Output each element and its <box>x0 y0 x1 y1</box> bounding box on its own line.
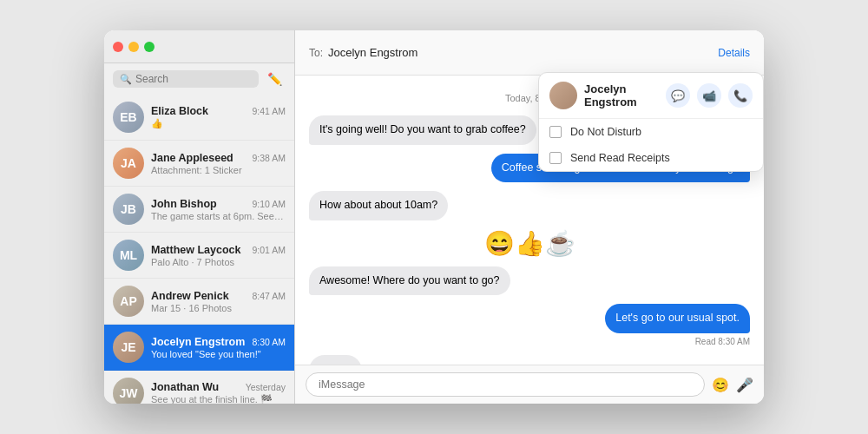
details-button[interactable]: Details <box>718 47 750 59</box>
contact-item-jane-appleseed[interactable]: JA Jane Appleseed 9:38 AM Attachment: 1 … <box>104 141 294 187</box>
contact-item-jonathan-wu[interactable]: JW Jonathan Wu Yesterday See you at the … <box>104 371 294 404</box>
popover-option-do-not-disturb[interactable]: Do Not Disturb <box>539 119 763 145</box>
contact-info-jane-appleseed: Jane Appleseed 9:38 AM Attachment: 1 Sti… <box>151 152 286 175</box>
contact-info-jocelyn-engstrom: Jocelyn Engstrom 8:30 AM You loved "See … <box>151 336 286 359</box>
titlebar <box>104 30 294 63</box>
contact-time-andrew-penick: 8:47 AM <box>252 291 286 301</box>
message-row-msg7: See you then!❤️ <box>309 355 750 365</box>
sidebar: 🔍 ✏️ EB Eliza Block 9:41 AM 👍 JA Jane Ap… <box>104 30 295 404</box>
minimize-button[interactable] <box>128 42 139 52</box>
contact-item-eliza-block[interactable]: EB Eliza Block 9:41 AM 👍 <box>104 95 294 141</box>
contact-info-eliza-block: Eliza Block 9:41 AM 👍 <box>151 105 286 129</box>
contact-name-eliza-block: Eliza Block <box>151 105 208 117</box>
contact-time-jonathan-wu: Yesterday <box>246 382 286 392</box>
checkbox-do-not-disturb[interactable] <box>549 126 562 138</box>
search-bar: 🔍 ✏️ <box>104 63 294 95</box>
avatar-jonathan-wu: JW <box>113 378 144 404</box>
contact-info-matthew-laycock: Matthew Laycock 9:01 AM Palo Alto · 7 Ph… <box>151 244 286 267</box>
message-icon-button[interactable]: 💬 <box>666 83 690 108</box>
avatar-john-bishop: JB <box>113 194 144 225</box>
message-bubble-msg6: Let's go to our usual spot. <box>605 304 750 333</box>
popover-option-send-read-receipts[interactable]: Send Read Receipts <box>539 145 763 171</box>
contact-name-jane-appleseed: Jane Appleseed <box>151 152 233 164</box>
details-popover: Jocelyn Engstrom 💬📹📞 Do Not Disturb Send… <box>538 72 764 172</box>
message-bubble-msg1: It's going well! Do you want to grab cof… <box>309 115 536 145</box>
app-window: 🔍 ✏️ EB Eliza Block 9:41 AM 👍 JA Jane Ap… <box>104 30 764 404</box>
contact-name-matthew-laycock: Matthew Laycock <box>151 244 241 256</box>
contact-list: EB Eliza Block 9:41 AM 👍 JA Jane Applese… <box>104 95 294 404</box>
contact-item-john-bishop[interactable]: JB John Bishop 9:10 AM The game starts a… <box>104 187 294 233</box>
avatar-andrew-penick: AP <box>113 286 144 317</box>
contact-preview-jocelyn-engstrom: You loved "See you then!" <box>151 349 286 359</box>
popover-actions: 💬📹📞 <box>666 83 753 108</box>
message-bubble-msg3: How about about 10am? <box>309 191 448 220</box>
message-bubble-msg7: See you then! <box>309 355 362 365</box>
chat-area: To: Jocelyn Engstrom Details Today, 8:25… <box>295 30 764 404</box>
contact-time-matthew-laycock: 9:01 AM <box>252 245 286 255</box>
contact-name-jonathan-wu: Jonathan Wu <box>151 381 219 393</box>
close-button[interactable] <box>113 42 123 52</box>
avatar-jane-appleseed: JA <box>113 148 144 179</box>
contact-item-matthew-laycock[interactable]: ML Matthew Laycock 9:01 AM Palo Alto · 7… <box>104 233 294 279</box>
contact-item-andrew-penick[interactable]: AP Andrew Penick 8:47 AM Mar 15 · 16 Pho… <box>104 279 294 325</box>
option-label-send-read-receipts: Send Read Receipts <box>570 152 670 164</box>
maximize-button[interactable] <box>144 42 155 52</box>
to-label: To: <box>309 47 323 59</box>
recipient-name: Jocelyn Engstrom <box>328 46 718 59</box>
message-row-msg6: Let's go to our usual spot. <box>309 304 750 333</box>
message-row-msg5: Awesome! Where do you want to go? <box>309 266 750 296</box>
popover-name: Jocelyn Engstrom <box>584 82 659 108</box>
phone-icon-button[interactable]: 📞 <box>728 83 753 108</box>
contact-preview-jane-appleseed: Attachment: 1 Sticker <box>151 165 286 175</box>
message-input[interactable] <box>306 372 705 397</box>
popover-header: Jocelyn Engstrom 💬📹📞 <box>539 73 763 119</box>
contact-preview-andrew-penick: Mar 15 · 16 Photos <box>151 303 286 313</box>
option-label-do-not-disturb: Do Not Disturb <box>570 126 641 138</box>
avatar-eliza-block: EB <box>113 102 144 133</box>
contact-preview-jonathan-wu: See you at the finish line. 🏁 <box>151 394 286 404</box>
message-bubble-msg5: Awesome! Where do you want to go? <box>309 266 510 296</box>
popover-avatar <box>549 82 577 109</box>
contact-time-jane-appleseed: 9:38 AM <box>252 153 286 163</box>
contact-info-andrew-penick: Andrew Penick 8:47 AM Mar 15 · 16 Photos <box>151 290 286 313</box>
contact-info-jonathan-wu: Jonathan Wu Yesterday See you at the fin… <box>151 381 286 404</box>
read-receipt-msg6: Read 8:30 AM <box>309 337 750 346</box>
search-input-wrap[interactable]: 🔍 <box>113 70 259 88</box>
avatar-matthew-laycock: ML <box>113 240 144 271</box>
contact-time-eliza-block: 9:41 AM <box>252 106 286 116</box>
compose-button[interactable]: ✏️ <box>264 70 286 88</box>
audio-button[interactable]: 🎤 <box>736 377 753 393</box>
contact-name-jocelyn-engstrom: Jocelyn Engstrom <box>151 336 245 348</box>
checkbox-send-read-receipts[interactable] <box>549 152 562 164</box>
contact-name-john-bishop: John Bishop <box>151 198 217 210</box>
avatar-jocelyn-engstrom: JE <box>113 332 144 363</box>
contact-preview-john-bishop: The game starts at 6pm. See you then! <box>151 211 286 221</box>
contact-name-andrew-penick: Andrew Penick <box>151 290 229 302</box>
contact-info-john-bishop: John Bishop 9:10 AM The game starts at 6… <box>151 198 286 221</box>
contact-time-jocelyn-engstrom: 8:30 AM <box>252 337 286 347</box>
chat-input-area: 😊 🎤 <box>295 365 764 404</box>
video-icon-button[interactable]: 📹 <box>697 83 721 108</box>
emoji-button[interactable]: 😊 <box>712 377 729 393</box>
contact-time-john-bishop: 9:10 AM <box>252 199 286 209</box>
contact-preview-matthew-laycock: Palo Alto · 7 Photos <box>151 257 286 267</box>
message-row-msg3: How about about 10am? <box>309 191 750 220</box>
popover-options: Do Not Disturb Send Read Receipts <box>539 119 763 171</box>
contact-item-jocelyn-engstrom[interactable]: JE Jocelyn Engstrom 8:30 AM You loved "S… <box>104 325 294 371</box>
chat-header: To: Jocelyn Engstrom Details <box>295 30 764 76</box>
contact-preview-eliza-block: 👍 <box>151 118 286 129</box>
emoji-message-msg4: 😄👍☕ <box>309 229 750 258</box>
search-input[interactable] <box>135 73 252 85</box>
reaction-wrap-msg7: See you then!❤️ <box>309 355 397 365</box>
search-icon: 🔍 <box>120 74 132 85</box>
